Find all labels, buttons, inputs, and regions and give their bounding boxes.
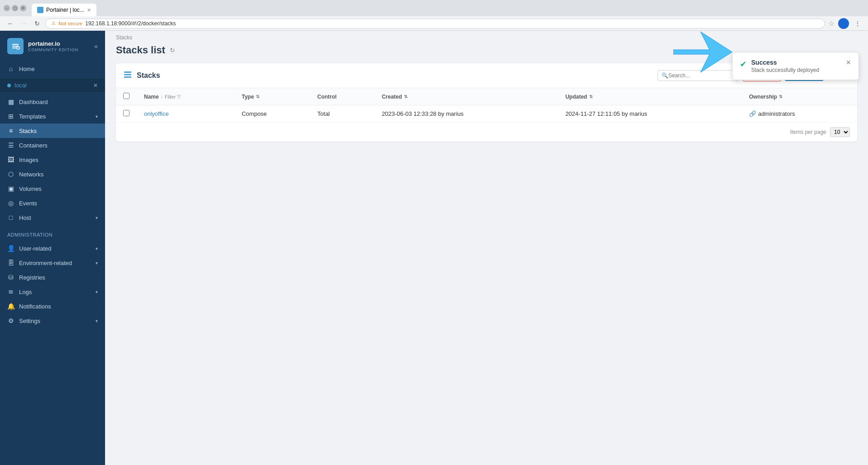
breadcrumb: Stacks	[105, 31, 868, 43]
toast-close-btn[interactable]: ✕	[846, 59, 851, 66]
env-close-btn[interactable]: ✕	[93, 82, 98, 89]
stack-updated: 2024-11-27 12:11:05 by marius	[558, 105, 742, 123]
notifications-icon: 🔔	[7, 303, 14, 310]
sidebar-item-templates[interactable]: ⊞ Templates ▾	[0, 109, 105, 123]
settings-chevron-icon: ▾	[96, 318, 98, 323]
sidebar-item-events[interactable]: ◎ Events	[0, 196, 105, 210]
sidebar-item-registries[interactable]: ⛁ Registries	[0, 270, 105, 285]
close-btn[interactable]: ✕	[20, 5, 26, 11]
tab-favicon	[37, 7, 43, 13]
profile-btn[interactable]	[838, 18, 849, 29]
sidebar-logo: portainer.io COMMUNITY EDITION «	[0, 31, 105, 60]
name-column-label: Name	[144, 94, 159, 100]
minimize-btn[interactable]: –	[4, 5, 10, 11]
tab-title: Portainer | loc...	[46, 7, 84, 13]
bookmark-btn[interactable]: ☆	[829, 20, 834, 27]
env-related-chevron-icon: ▾	[96, 261, 98, 266]
select-all-checkbox[interactable]	[123, 93, 129, 99]
created-column-header[interactable]: Created ⇅	[382, 94, 551, 100]
sidebar-item-images[interactable]: 🖼 Images	[0, 152, 105, 167]
stack-ownership: 🔗administrators	[742, 105, 857, 123]
per-page-select[interactable]: 10 25 50	[830, 127, 850, 137]
updated-column-header[interactable]: Updated ⇅	[566, 94, 735, 100]
toast-check-icon: ✔	[740, 59, 747, 69]
sidebar-item-label-user-related: User-related	[19, 245, 91, 252]
containers-icon: ☰	[7, 142, 14, 149]
menu-btn[interactable]: ⋮	[853, 19, 863, 28]
stack-control: Total	[310, 105, 374, 123]
name-column-header[interactable]: Name ↓ Filter ▽	[144, 94, 227, 100]
sidebar-item-label-images: Images	[19, 157, 98, 163]
type-column-label: Type	[242, 94, 254, 100]
search-box[interactable]: 🔍 ✕	[657, 70, 739, 81]
stack-name-link[interactable]: onlyoffice	[144, 110, 169, 117]
lock-icon: ⚠	[51, 20, 56, 26]
svg-point-0	[17, 47, 19, 49]
search-input[interactable]	[668, 72, 736, 79]
search-icon: 🔍	[662, 72, 668, 79]
maximize-btn[interactable]: ◻	[12, 5, 18, 11]
filter-label: Filter	[165, 94, 176, 100]
toast-title: Success	[751, 59, 841, 66]
control-column-label: Control	[317, 94, 337, 100]
reload-btn[interactable]: ↻	[33, 19, 42, 28]
sidebar-item-label-containers: Containers	[19, 142, 98, 149]
registries-icon: ⛁	[7, 274, 14, 281]
items-per-page-label: Items per page	[790, 129, 826, 135]
stacks-table: Name ↓ Filter ▽ Type ⇅	[116, 88, 857, 122]
images-icon: 🖼	[7, 156, 14, 163]
stacks-card-icon	[123, 70, 132, 81]
card-title: Stacks	[137, 71, 160, 80]
name-sort-icon: ↓	[161, 94, 163, 99]
sidebar-item-logs[interactable]: ≋ Logs ▾	[0, 285, 105, 299]
main-content: Stacks Stacks list ↻ Stacks	[105, 31, 868, 465]
env-dot	[7, 84, 11, 87]
logo-sub: COMMUNITY EDITION	[28, 47, 78, 52]
type-column-header[interactable]: Type ⇅	[242, 94, 303, 100]
svg-rect-2	[124, 74, 131, 75]
refresh-btn[interactable]: ↻	[170, 47, 175, 54]
env-name: local	[14, 82, 90, 89]
sidebar-item-host[interactable]: □ Host ▾	[0, 210, 105, 225]
sidebar-item-label-host: Host	[19, 214, 91, 221]
logs-icon: ≋	[7, 288, 14, 295]
forward-btn[interactable]: →	[19, 19, 29, 28]
tab-close-icon[interactable]: ✕	[87, 7, 91, 13]
toast-content: Success Stack successfully deployed	[751, 59, 841, 73]
settings-icon: ⚙	[7, 317, 14, 324]
browser-tab[interactable]: Portainer | loc... ✕	[32, 4, 96, 16]
env-icon: 🗄	[7, 259, 14, 266]
sidebar-item-label-stacks: Stacks	[19, 128, 98, 134]
address-bar[interactable]: ⚠ Not secure 192.168.1.18:9000/#!/2/dock…	[45, 19, 825, 28]
sidebar-item-volumes[interactable]: ▣ Volumes	[0, 181, 105, 196]
table-footer: Items per page 10 25 50	[116, 122, 857, 142]
sidebar-item-user-related[interactable]: 👤 User-related ▾	[0, 241, 105, 256]
sidebar-item-env-related[interactable]: 🗄 Environment-related ▾	[0, 256, 105, 270]
not-secure-label: Not secure	[58, 21, 82, 26]
sidebar-item-label-registries: Registries	[19, 274, 98, 281]
sidebar-item-networks[interactable]: ⬡ Networks	[0, 167, 105, 181]
created-sort-icon: ⇅	[404, 94, 408, 99]
updated-sort-icon: ⇅	[589, 94, 593, 99]
templates-icon: ⊞	[7, 113, 14, 120]
sidebar-collapse-btn[interactable]: «	[94, 43, 98, 50]
stacks-icon: ≡	[7, 127, 14, 134]
table-row: onlyoffice Compose Total 2023-06-03 12:3…	[116, 105, 857, 123]
sidebar-item-dashboard[interactable]: ▦ Dashboard	[0, 95, 105, 109]
sidebar-item-settings[interactable]: ⚙ Settings ▾	[0, 313, 105, 328]
sidebar-item-home[interactable]: ⌂ Home	[0, 62, 105, 76]
sidebar-item-containers[interactable]: ☰ Containers	[0, 138, 105, 152]
sidebar-item-notifications[interactable]: 🔔 Notifications	[0, 299, 105, 313]
sidebar: portainer.io COMMUNITY EDITION « ⌂ Home …	[0, 31, 105, 465]
admin-section-label: Administration	[0, 227, 105, 239]
volumes-icon: ▣	[7, 185, 14, 192]
ownership-column-header[interactable]: Ownership ⇅	[749, 94, 850, 100]
sidebar-item-stacks[interactable]: ≡ Stacks	[0, 123, 105, 138]
toast-message: Stack successfully deployed	[751, 67, 841, 73]
networks-icon: ⬡	[7, 171, 14, 178]
back-btn[interactable]: ←	[5, 19, 15, 28]
row-checkbox[interactable]	[123, 110, 129, 116]
stack-created: 2023-06-03 12:33:28 by marius	[374, 105, 558, 123]
dashboard-icon: ▦	[7, 98, 14, 105]
filter-btn[interactable]: Filter ▽	[165, 94, 181, 100]
